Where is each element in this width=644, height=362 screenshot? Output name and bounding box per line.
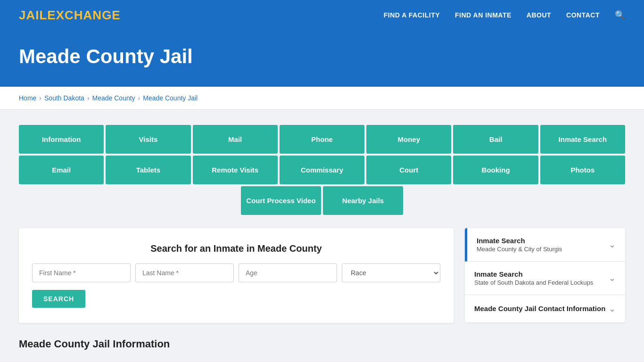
- btn-bail[interactable]: Bail: [453, 125, 538, 154]
- sidebar-item-2-text: Inmate Search State of South Dakota and …: [474, 270, 593, 286]
- btn-booking[interactable]: Booking: [453, 156, 538, 184]
- btn-money[interactable]: Money: [366, 125, 451, 154]
- breadcrumb-sep-2: ›: [87, 94, 90, 102]
- hero-section: Meade County Jail: [0, 30, 644, 87]
- breadcrumb-meade-county[interactable]: Meade County: [92, 94, 135, 102]
- search-button[interactable]: SEARCH: [32, 290, 85, 308]
- race-select[interactable]: Race: [342, 263, 440, 282]
- btn-tablets[interactable]: Tablets: [106, 156, 190, 184]
- logo[interactable]: JAILEXCHANGE: [19, 8, 121, 23]
- logo-part2: EXCHANGE: [47, 8, 120, 22]
- button-row-2: Email Tablets Remote Visits Commissary C…: [19, 156, 625, 184]
- sidebar-item-1-title: Inmate Search: [477, 237, 562, 245]
- last-name-input[interactable]: [135, 263, 234, 282]
- btn-inmate-search[interactable]: Inmate Search: [540, 125, 625, 154]
- section-heading: Meade County Jail Information: [19, 334, 454, 350]
- logo-part1: JAIL: [19, 8, 47, 22]
- btn-photos[interactable]: Photos: [540, 156, 625, 184]
- sidebar-item-2-title: Inmate Search: [474, 270, 593, 278]
- nav: FIND A FACILITY FIND AN INMATE ABOUT CON…: [384, 10, 625, 20]
- btn-phone[interactable]: Phone: [280, 125, 364, 154]
- header: JAILEXCHANGE FIND A FACILITY FIND AN INM…: [0, 0, 644, 30]
- button-row-3: Court Process Video Nearby Jails: [19, 186, 625, 215]
- sidebar-item-1-text: Inmate Search Meade County & City of Stu…: [477, 237, 562, 253]
- chevron-down-icon-3: ⌄: [609, 304, 616, 314]
- breadcrumb-south-dakota[interactable]: South Dakota: [44, 94, 84, 102]
- sidebar-card: Inmate Search Meade County & City of Stu…: [465, 228, 625, 322]
- btn-mail[interactable]: Mail: [193, 125, 278, 154]
- btn-court-process-video[interactable]: Court Process Video: [241, 186, 321, 215]
- content-main: Search for an Inmate in Meade County Rac…: [19, 228, 454, 350]
- chevron-down-icon-2: ⌄: [609, 273, 616, 283]
- breadcrumb-sep-1: ›: [39, 94, 41, 102]
- sidebar-item-1-subtitle: Meade County & City of Sturgis: [477, 246, 562, 253]
- sidebar-item-2[interactable]: Inmate Search State of South Dakota and …: [465, 262, 625, 295]
- age-input[interactable]: [239, 263, 337, 282]
- btn-information[interactable]: Information: [19, 125, 104, 154]
- sidebar-item-3[interactable]: Meade County Jail Contact Information ⌄: [465, 295, 625, 322]
- btn-commissary[interactable]: Commissary: [280, 156, 364, 184]
- nav-find-facility[interactable]: FIND A FACILITY: [384, 11, 440, 19]
- nav-find-inmate[interactable]: FIND AN INMATE: [455, 11, 512, 19]
- main-content: Information Visits Mail Phone Money Bail…: [0, 110, 644, 362]
- search-fields: Race: [32, 263, 440, 282]
- button-row-1: Information Visits Mail Phone Money Bail…: [19, 125, 625, 154]
- sidebar-item-2-subtitle: State of South Dakota and Federal Lockup…: [474, 279, 593, 286]
- btn-court[interactable]: Court: [366, 156, 451, 184]
- breadcrumb-current: Meade County Jail: [143, 94, 198, 102]
- sidebar-item-1[interactable]: Inmate Search Meade County & City of Stu…: [465, 228, 625, 262]
- search-icon-button[interactable]: 🔍: [615, 10, 625, 20]
- btn-remote-visits[interactable]: Remote Visits: [193, 156, 278, 184]
- first-name-input[interactable]: [32, 263, 131, 282]
- nav-contact[interactable]: CONTACT: [566, 11, 600, 19]
- nav-about[interactable]: ABOUT: [527, 11, 551, 19]
- btn-email[interactable]: Email: [19, 156, 104, 184]
- inmate-search-box: Search for an Inmate in Meade County Rac…: [19, 228, 454, 323]
- sidebar: Inmate Search Meade County & City of Stu…: [465, 228, 625, 322]
- sidebar-item-3-text: Meade County Jail Contact Information: [474, 304, 605, 313]
- inmate-search-title: Search for an Inmate in Meade County: [32, 243, 440, 254]
- chevron-down-icon-1: ⌄: [609, 239, 616, 250]
- content-layout: Search for an Inmate in Meade County Rac…: [19, 228, 625, 350]
- breadcrumb-sep-3: ›: [138, 94, 140, 102]
- breadcrumb: Home › South Dakota › Meade County › Mea…: [19, 94, 625, 102]
- breadcrumb-bar: Home › South Dakota › Meade County › Mea…: [0, 87, 644, 110]
- btn-visits[interactable]: Visits: [106, 125, 190, 154]
- breadcrumb-home[interactable]: Home: [19, 94, 36, 102]
- page-title: Meade County Jail: [19, 45, 625, 68]
- sidebar-item-3-title: Meade County Jail Contact Information: [474, 304, 605, 313]
- btn-nearby-jails[interactable]: Nearby Jails: [323, 186, 403, 215]
